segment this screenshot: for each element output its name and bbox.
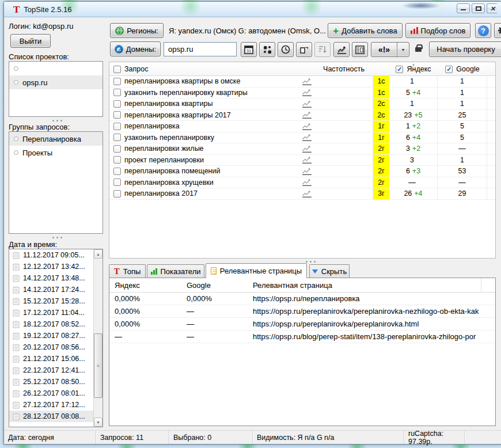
scroll-thumb[interactable]: ≡: [94, 333, 103, 398]
date-item[interactable]: 21.12.2017 15:06...: [9, 353, 93, 365]
relevant-row[interactable]: 0,000% 0,000% https://opsp.ru/перепланир…: [109, 293, 495, 305]
date-item[interactable]: 12.12.2017 13:42...: [9, 261, 93, 272]
sparkline-icon[interactable]: [302, 145, 312, 153]
close-button[interactable]: ✕: [487, 3, 497, 13]
scroll-up-button[interactable]: ▲: [94, 249, 103, 259]
tab[interactable]: Скрыть: [309, 264, 350, 278]
sparkline-icon[interactable]: [302, 123, 312, 130]
sparkline-icon[interactable]: [302, 134, 312, 141]
relevant-row[interactable]: — — https://opsp.ru/blog/perep-stati/ite…: [109, 331, 495, 343]
date-item[interactable]: 17.12.2017 11:04...: [9, 307, 93, 318]
frequency-column-header[interactable]: Частотность: [314, 62, 373, 76]
sparkline-icon[interactable]: [302, 190, 312, 198]
calendar-button[interactable]: 31: [241, 42, 257, 57]
projects-list[interactable]: opsp.ru: [9, 61, 103, 117]
domain-input[interactable]: [164, 42, 237, 56]
date-item[interactable]: 25.12.2017 08:50...: [9, 376, 93, 388]
minimize-button[interactable]: [457, 3, 470, 13]
google-checkbox[interactable]: ✓: [445, 66, 453, 73]
rel-page-column-header[interactable]: Релевантная страница: [248, 278, 481, 293]
start-check-button[interactable]: Начать проверку: [429, 41, 501, 57]
date-item[interactable]: 19.12.2017 08:27...: [9, 330, 93, 341]
row-checkbox[interactable]: [113, 134, 121, 141]
settings-button[interactable]: [494, 23, 501, 38]
project-item[interactable]: [9, 62, 103, 75]
tab[interactable]: Показатели: [147, 264, 204, 278]
chart-button[interactable]: [333, 42, 350, 57]
keyword-row[interactable]: проект перепланировки 2г 3 1: [109, 155, 495, 166]
dates-items[interactable]: 11.12.2017 09:05... 12.12.2017 13:42... …: [9, 249, 93, 427]
match-mode-dropdown-button[interactable]: ▼: [397, 42, 409, 57]
sparkline-icon[interactable]: [302, 168, 312, 175]
date-item[interactable]: 28.12.2017 08:08...: [9, 411, 93, 422]
export-button[interactable]: [296, 42, 312, 57]
splitter-handle[interactable]: [52, 119, 65, 122]
group-item[interactable]: Проекты: [9, 146, 103, 160]
sparkline-icon[interactable]: [302, 78, 312, 85]
title-bar[interactable]: T TopSite 2.5.16 ✕: [4, 2, 501, 17]
lock-icon[interactable]: [415, 47, 422, 52]
query-column-header[interactable]: Запрос: [124, 62, 302, 76]
tab[interactable]: Релевантные страницы: [206, 263, 307, 278]
sparkline-icon[interactable]: [302, 111, 312, 119]
keyword-row[interactable]: перепланировка квартиры в омске 1c 1 1: [109, 76, 495, 88]
row-checkbox[interactable]: [113, 156, 121, 164]
tab[interactable]: Топы: [109, 264, 146, 278]
domains-button[interactable]: Домены:: [110, 41, 161, 56]
groups-list[interactable]: Перепланировка Проекты: [9, 131, 103, 234]
row-checkbox[interactable]: [113, 168, 121, 175]
maximize-button[interactable]: [472, 3, 485, 13]
keyword-row[interactable]: перепланировка 2017 3г 26+4 29: [109, 188, 495, 200]
keyword-row[interactable]: перепланировки жилые 2г 3+2 —: [109, 143, 495, 155]
match-mode-button[interactable]: «!»: [371, 42, 397, 57]
layout-button[interactable]: [259, 42, 275, 57]
date-item[interactable]: 20.12.2017 08:56...: [9, 341, 93, 353]
date-item[interactable]: 26.12.2017 08:01...: [9, 388, 93, 399]
add-words-button[interactable]: + Добавить слова: [328, 23, 403, 38]
row-checkbox[interactable]: [113, 123, 121, 130]
sparkline-icon[interactable]: [302, 156, 312, 164]
yandex-column-header[interactable]: ▲ ✓ Яндекс: [389, 62, 438, 76]
relevant-header[interactable]: Яндекс Google Релевантная страница: [109, 278, 495, 293]
keyword-row[interactable]: перепланировка 1г 1+2 5: [109, 121, 495, 132]
help-button[interactable]: ?: [475, 23, 491, 38]
google-column-header[interactable]: ✓ Google: [438, 62, 487, 76]
logout-button[interactable]: Выйти: [10, 34, 51, 48]
rel-google-column-header[interactable]: Google: [181, 278, 248, 293]
row-checkbox[interactable]: [113, 179, 121, 186]
date-item[interactable]: 27.12.2017 17:12...: [9, 399, 93, 411]
date-item[interactable]: 11.12.2017 09:05...: [9, 249, 93, 261]
keyword-row[interactable]: узаконить перепланировку 1г 6+4 5: [109, 132, 495, 144]
group-item[interactable]: Перепланировка: [9, 132, 103, 146]
row-checkbox[interactable]: [113, 190, 121, 198]
keyword-row[interactable]: перепланировка хрущевки 2г — —: [109, 177, 495, 189]
sparkline-icon[interactable]: [302, 89, 312, 96]
pick-words-button[interactable]: Подбор слов: [405, 23, 470, 38]
keywords-header[interactable]: Запрос Частотность ▲ ✓ Яндекс ✓ Google: [109, 62, 495, 76]
keyword-row[interactable]: перепланировка помещений 2г 6+3 53: [109, 166, 495, 177]
keyword-row[interactable]: перепланировка квартиры 2c 1 1: [109, 98, 495, 110]
project-item[interactable]: opsp.ru: [9, 75, 103, 89]
rel-yandex-column-header[interactable]: Яндекс: [109, 278, 181, 293]
yandex-checkbox[interactable]: ✓: [396, 66, 403, 73]
panel-splitter-handle[interactable]: [306, 260, 318, 263]
date-item[interactable]: 18.12.2017 08:52...: [9, 318, 93, 330]
row-checkbox[interactable]: [113, 100, 121, 108]
select-all-checkbox[interactable]: [113, 66, 121, 73]
keyword-row[interactable]: узаконить перепланировку квартиры 1c 5+4…: [109, 88, 495, 99]
date-item[interactable]: 15.12.2017 15:28...: [9, 295, 93, 307]
row-checkbox[interactable]: [113, 111, 121, 119]
relevant-row[interactable]: 0,000% — https://opsp.ru/pereplanirovka/…: [109, 305, 495, 318]
relevant-row[interactable]: 0,000% — https://opsp.ru/pereplanirovka/…: [109, 318, 495, 331]
splitter-handle[interactable]: [52, 236, 65, 238]
sparkline-icon[interactable]: [302, 179, 312, 186]
dates-scrollbar[interactable]: ▲ ≡ ▼: [93, 249, 103, 427]
date-item[interactable]: 14.12.2017 13:48...: [9, 272, 93, 284]
keyword-row[interactable]: перепланировка квартиры 2017 2c 23+5 25: [109, 110, 495, 122]
report-button[interactable]: [352, 42, 368, 57]
date-item[interactable]: 22.12.2017 12:41...: [9, 365, 93, 376]
row-checkbox[interactable]: [113, 145, 121, 153]
row-checkbox[interactable]: [113, 78, 121, 85]
schedule-button[interactable]: [278, 42, 294, 57]
date-item[interactable]: 14.12.2017 17:24...: [9, 284, 93, 295]
